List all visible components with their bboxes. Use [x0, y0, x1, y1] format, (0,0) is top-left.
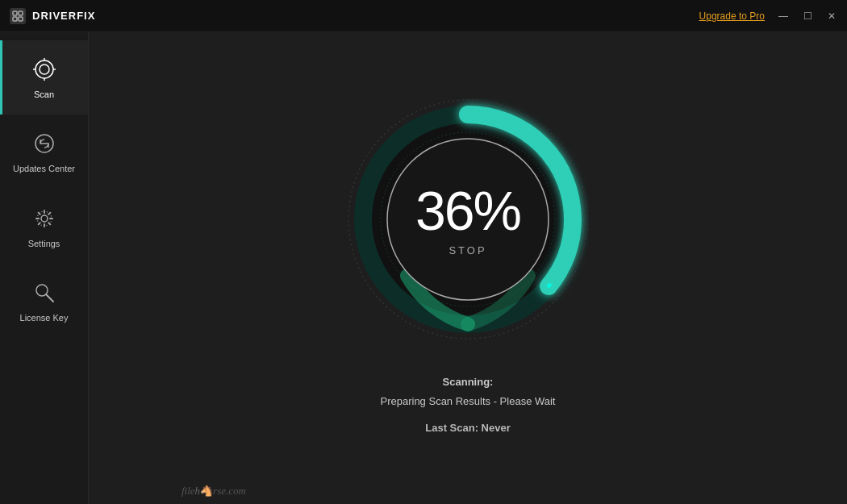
svg-line-14	[46, 294, 53, 302]
title-bar-left: DRIVERFIX	[10, 8, 95, 24]
svg-rect-2	[13, 17, 17, 21]
upgrade-link[interactable]: Upgrade to Pro	[699, 10, 765, 22]
sidebar-item-scan[interactable]: Scan	[0, 40, 88, 115]
sidebar: Scan Updates Center	[0, 32, 89, 504]
scanning-sub: Preparing Scan Results - Please Wait	[380, 392, 555, 410]
stop-button[interactable]: STOP	[415, 244, 520, 256]
svg-rect-1	[19, 11, 23, 15]
sidebar-item-updates-label: Updates Center	[13, 163, 75, 174]
license-icon	[30, 278, 59, 307]
updates-icon	[30, 129, 59, 158]
maximize-button[interactable]: ☐	[802, 10, 813, 22]
watermark-text: fileh🐴rse.com	[182, 485, 246, 497]
progress-inner: 36% STOP	[415, 183, 520, 256]
app-logo-icon	[10, 8, 26, 24]
svg-rect-0	[13, 11, 17, 15]
sidebar-item-settings-label: Settings	[28, 238, 60, 249]
sidebar-item-scan-label: Scan	[34, 89, 54, 100]
progress-container: 36% STOP	[347, 98, 589, 340]
svg-point-4	[35, 60, 53, 78]
scanning-label: Scanning:	[380, 373, 555, 391]
minimize-button[interactable]: —	[778, 10, 789, 22]
scan-icon	[30, 55, 59, 84]
svg-rect-3	[19, 17, 23, 21]
title-bar-right: Upgrade to Pro — ☐ ✕	[699, 10, 837, 22]
last-scan-label: Last Scan: Never	[380, 419, 555, 437]
sidebar-item-settings[interactable]: Settings	[0, 190, 88, 264]
svg-point-11	[41, 215, 48, 222]
window-controls: — ☐ ✕	[778, 10, 837, 22]
settings-icon	[30, 204, 59, 233]
watermark: fileh🐴rse.com	[182, 485, 246, 498]
main-content: 36% STOP Scanning: Preparing Scan Result…	[89, 32, 847, 504]
main-layout: Scan Updates Center	[0, 32, 847, 504]
sidebar-item-updates[interactable]: Updates Center	[0, 115, 88, 189]
svg-point-5	[40, 65, 49, 74]
app-title: DRIVERFIX	[32, 10, 95, 22]
sidebar-item-license[interactable]: License Key	[0, 264, 88, 338]
close-button[interactable]: ✕	[826, 10, 837, 22]
scanning-info: Scanning: Preparing Scan Results - Pleas…	[380, 373, 555, 437]
sidebar-item-license-label: License Key	[20, 312, 69, 323]
progress-percent: 36%	[415, 183, 520, 238]
title-bar: DRIVERFIX Upgrade to Pro — ☐ ✕	[0, 0, 847, 32]
